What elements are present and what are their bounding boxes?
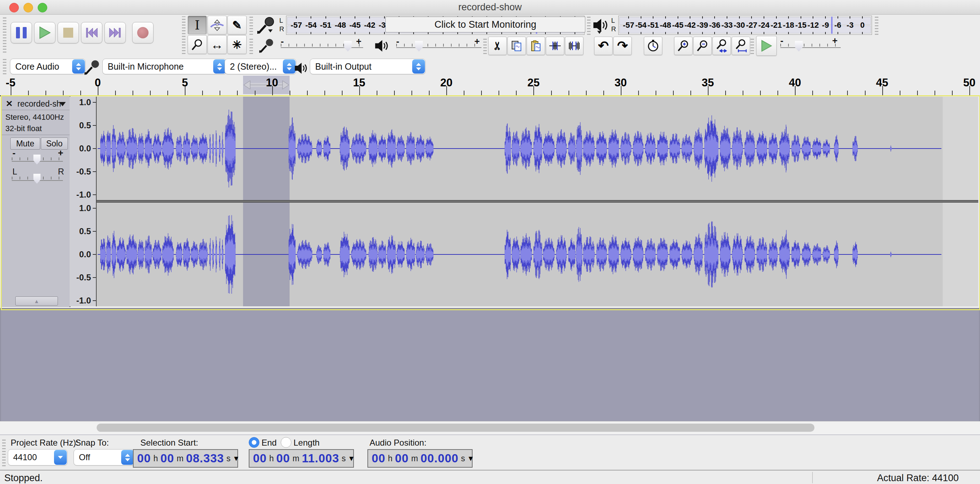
project-rate-select[interactable]: 44100 (8, 449, 67, 465)
selection-start-format-caret[interactable]: ▼ (233, 454, 240, 463)
record-button[interactable] (132, 22, 153, 43)
skip-to-end-button[interactable] (105, 22, 126, 43)
length-radio-label: Length (293, 438, 320, 448)
trim-audio-button[interactable] (546, 37, 564, 55)
meter-scale-label: -54 (305, 21, 317, 30)
play-at-speed-button[interactable] (756, 36, 777, 56)
output-device-select[interactable]: Built-in Output (310, 59, 426, 74)
timeline-tick-label: 50 (963, 76, 975, 89)
input-channels-select[interactable]: 2 (Stereo)... (224, 59, 296, 74)
meter-scale-label: -18 (783, 21, 794, 30)
cut-button[interactable]: ✂ (488, 37, 507, 55)
output-volume-slider-thumb[interactable] (415, 41, 423, 51)
timeline-tick-label: 10 (266, 76, 278, 89)
timeline-tick-label: 40 (789, 76, 801, 89)
collapse-track-button[interactable]: ▲ (15, 296, 58, 306)
selection-start-label: Selection Start: (140, 438, 198, 448)
paste-button[interactable] (527, 37, 545, 55)
timeline-ruler[interactable]: -505101520253035404550 (0, 76, 980, 96)
playback-meter-grip[interactable] (587, 16, 590, 35)
audio-host-select[interactable]: Core Audio (10, 59, 86, 74)
tools-toolbar-grip[interactable] (182, 16, 186, 54)
pan-right-label: R (58, 167, 64, 176)
play-meter-dropdown-caret[interactable] (596, 30, 603, 35)
ibeam-icon: I (195, 18, 200, 32)
selection-end-format-caret[interactable]: ▼ (348, 454, 355, 463)
monitoring-tooltip[interactable]: Click to Start Monitoring (385, 17, 585, 32)
meter-scale-label: -48 (660, 21, 671, 30)
output-volume-slider[interactable] (396, 47, 482, 48)
snap-to-value: Off (79, 452, 90, 462)
horizontal-scrollbar[interactable] (0, 421, 980, 435)
selection-start-field[interactable]: 00h 00m 08.333s ▼ (133, 449, 238, 468)
undo-icon: ↶ (598, 40, 609, 52)
pause-button[interactable] (11, 22, 32, 43)
track-menu-caret[interactable] (59, 102, 66, 106)
undo-button[interactable]: ↶ (594, 37, 612, 55)
pan-slider-thumb[interactable] (33, 174, 40, 184)
snap-to-label: Snap To: (75, 438, 109, 448)
transcription-toolbar-grip[interactable] (751, 37, 754, 54)
pan-left-label: L (13, 167, 17, 176)
zoom-out-button[interactable] (693, 37, 712, 55)
meter-scale-label: -42 (364, 21, 375, 30)
edit-toolbar-grip[interactable] (483, 37, 487, 54)
solo-button[interactable]: Solo (41, 137, 68, 150)
sync-lock-button[interactable] (644, 37, 662, 55)
audio-host-value: Core Audio (15, 62, 59, 72)
timeline-tick-label: 0 (94, 76, 100, 89)
selection-tool-button[interactable]: I (188, 16, 207, 35)
playback-speed-slider-thumb[interactable] (795, 41, 803, 51)
time-shift-tool-button[interactable]: ↔ (207, 35, 227, 54)
star-icon: ✳ (232, 39, 242, 51)
redo-button[interactable]: ↷ (613, 37, 632, 55)
track-name[interactable]: recorded-sh (18, 100, 61, 108)
amplitude-label: -0.5 (76, 272, 91, 282)
vertical-scale-ruler[interactable]: 1.00.50.0-0.5-1.01.00.50.0-0.5-1.0 (70, 97, 97, 306)
meter-peak-cursor (831, 17, 832, 34)
waveform-left-channel[interactable] (96, 97, 978, 200)
audio-position-field[interactable]: 00h 00m 00.000s ▼ (368, 449, 473, 468)
zoom-out-icon (697, 40, 708, 52)
gain-slider-thumb[interactable] (33, 154, 40, 164)
meter-resize-grip[interactable] (875, 16, 878, 35)
timeline-tick-label: 30 (614, 76, 627, 89)
input-volume-slider-thumb[interactable] (344, 41, 352, 51)
envelope-tool-button[interactable] (207, 16, 227, 35)
waveform-right-channel[interactable] (96, 202, 978, 306)
audio-position-format-caret[interactable]: ▼ (467, 454, 474, 463)
zoom-in-button[interactable] (674, 37, 692, 55)
timeline-tick-label: 25 (527, 76, 539, 89)
stop-icon (63, 28, 73, 38)
record-meter-dropdown-caret[interactable] (267, 29, 274, 33)
play-meter-left-label: L (611, 17, 615, 24)
selection-end-field[interactable]: 00h 00m 11.003s ▼ (249, 449, 354, 468)
timeline-tick-label: 5 (182, 76, 188, 89)
fit-project-button[interactable] (732, 37, 750, 55)
playback-speed-slider[interactable] (780, 47, 841, 48)
input-device-select[interactable]: Built-in Microphone (102, 59, 227, 74)
selection-toolbar-grip[interactable] (2, 438, 6, 466)
fit-selection-button[interactable] (713, 37, 731, 55)
horizontal-scrollbar-thumb[interactable] (97, 424, 815, 432)
track-close-icon[interactable]: ✕ (6, 99, 13, 108)
zoom-tool-button[interactable] (188, 35, 207, 54)
skip-to-start-button[interactable] (81, 22, 102, 43)
snap-to-select[interactable]: Off (73, 449, 135, 465)
end-radio[interactable] (249, 437, 259, 448)
play-button[interactable] (34, 22, 56, 43)
device-toolbar-grip[interactable] (3, 59, 6, 74)
length-radio[interactable] (281, 437, 291, 448)
skip-to-start-icon (85, 27, 99, 38)
silence-audio-button[interactable] (565, 37, 584, 55)
recording-meter-grip[interactable] (250, 16, 253, 35)
multi-tool-button[interactable]: ✳ (228, 35, 247, 54)
mixer-speaker-icon (374, 39, 390, 53)
draw-tool-button[interactable]: ✎ (228, 16, 247, 35)
copy-button[interactable] (508, 37, 526, 55)
transport-toolbar-grip[interactable] (3, 17, 6, 53)
mixer-toolbar-grip[interactable] (250, 37, 253, 54)
playback-meter[interactable]: -57-54-51-48-45-42-39-36-33-30-27-24-21-… (618, 16, 872, 35)
stop-button[interactable] (57, 22, 79, 43)
empty-track-area[interactable] (0, 308, 980, 421)
